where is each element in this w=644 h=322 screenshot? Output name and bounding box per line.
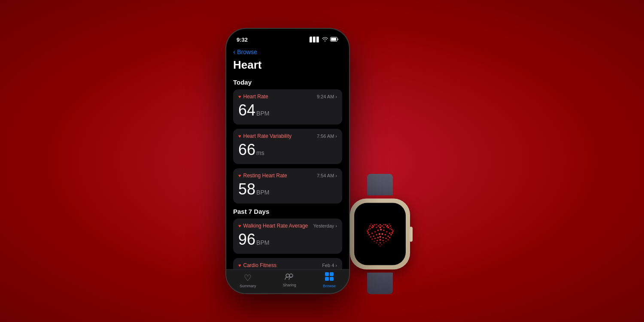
- cardio-fitness-time: Feb 4 ›: [322, 263, 337, 268]
- svg-rect-7: [330, 277, 334, 281]
- svg-point-25: [391, 229, 392, 230]
- svg-point-32: [376, 227, 377, 228]
- svg-point-18: [387, 227, 389, 228]
- watch-band-top: [367, 174, 393, 195]
- status-time: 9:32: [237, 36, 248, 43]
- svg-point-70: [378, 244, 379, 245]
- svg-point-75: [367, 235, 368, 236]
- svg-point-73: [366, 229, 367, 230]
- svg-point-77: [371, 242, 371, 243]
- hrv-card-header: ♥ Heart Rate Variability 7:56 AM ›: [238, 133, 337, 139]
- tab-bar: ♡ Summary Sharing: [226, 269, 349, 293]
- svg-point-52: [384, 234, 386, 235]
- watch-heart-display: [354, 203, 406, 265]
- svg-point-40: [374, 231, 375, 232]
- status-icons: ▋▋▋: [310, 37, 339, 43]
- svg-rect-5: [330, 272, 334, 276]
- heart-rate-time-value: 9:24 AM: [317, 94, 334, 99]
- svg-point-64: [379, 239, 381, 240]
- walking-hr-chevron-icon: ›: [335, 223, 337, 228]
- past7-section-header: Past 7 Days: [233, 208, 342, 215]
- hrv-card[interactable]: ♥ Heart Rate Variability 7:56 AM › 66 ms: [233, 129, 342, 164]
- walking-hr-number: 96: [238, 231, 255, 249]
- hrv-number: 66: [238, 141, 255, 159]
- apple-watch-device: [341, 187, 419, 281]
- svg-point-23: [386, 226, 387, 228]
- heart-rate-chevron-icon: ›: [335, 94, 337, 99]
- svg-point-43: [383, 230, 384, 231]
- walking-hr-card[interactable]: ♥ Walking Heart Rate Average Yesterday ›…: [233, 219, 342, 254]
- svg-point-57: [377, 237, 378, 238]
- hrv-unit: ms: [256, 149, 264, 156]
- svg-point-10: [372, 225, 373, 226]
- svg-point-58: [379, 236, 381, 238]
- hrv-label-text: Heart Rate Variability: [243, 133, 292, 139]
- svg-point-42: [380, 229, 382, 231]
- svg-point-41: [377, 230, 378, 231]
- screen-content: ‹ Browse Heart Today ♥ Heart Rate: [226, 43, 349, 293]
- svg-point-9: [369, 225, 371, 227]
- cardio-fitness-card[interactable]: ♥ Cardio Fitness Feb 4 › Above Average: [233, 258, 342, 269]
- svg-point-67: [376, 242, 377, 243]
- svg-point-45: [389, 233, 390, 234]
- svg-rect-1: [331, 38, 336, 41]
- watch-body: [350, 199, 410, 270]
- svg-point-35: [367, 232, 369, 234]
- page-title: Heart: [226, 58, 349, 75]
- svg-point-34: [367, 231, 368, 232]
- svg-point-37: [391, 232, 393, 234]
- svg-point-71: [381, 244, 382, 245]
- svg-rect-4: [325, 272, 329, 276]
- heart-rate-unit: BPM: [256, 110, 269, 117]
- hrv-value: 66 ms: [238, 141, 337, 159]
- svg-point-56: [374, 238, 375, 239]
- back-nav[interactable]: ‹ Browse: [226, 46, 349, 58]
- back-label: Browse: [237, 49, 257, 55]
- svg-point-13: [373, 226, 374, 228]
- today-section-header: Today: [233, 79, 342, 86]
- watch-heart-svg: [362, 216, 398, 252]
- svg-point-11: [370, 224, 371, 225]
- svg-point-51: [381, 233, 383, 235]
- watch-crown: [409, 227, 413, 242]
- resting-hr-unit: BPM: [256, 189, 269, 196]
- resting-hr-card-header: ♥ Resting Heart Rate 7:54 AM ›: [238, 173, 337, 179]
- tab-summary[interactable]: ♡ Summary: [240, 273, 256, 288]
- resting-hr-card[interactable]: ♥ Resting Heart Rate 7:54 AM › 58 BPM: [233, 168, 342, 204]
- svg-point-16: [370, 228, 371, 230]
- walking-hr-card-header: ♥ Walking Heart Rate Average Yesterday ›: [238, 223, 337, 229]
- svg-point-28: [379, 224, 380, 225]
- walking-hr-label: ♥ Walking Heart Rate Average: [238, 223, 308, 229]
- watch-band-bottom: [367, 273, 393, 294]
- walking-hr-value: 96 BPM: [238, 231, 337, 249]
- svg-point-49: [376, 234, 377, 235]
- svg-point-24: [390, 227, 392, 228]
- signal-icon: ▋▋▋: [310, 37, 320, 43]
- svg-point-50: [378, 233, 380, 235]
- cardio-fitness-heart-icon: ♥: [238, 263, 241, 268]
- summary-tab-label: Summary: [240, 284, 256, 288]
- svg-point-78: [389, 242, 389, 243]
- svg-point-26: [389, 228, 391, 230]
- cardio-fitness-time-value: Feb 4: [322, 263, 334, 268]
- resting-hr-heart-icon: ♥: [238, 173, 241, 178]
- iphone-notch: [264, 29, 311, 41]
- svg-point-44: [386, 231, 387, 232]
- hrv-time-value: 7:56 AM: [317, 134, 334, 139]
- battery-icon: [330, 37, 339, 43]
- walking-hr-unit: BPM: [256, 239, 269, 246]
- sharing-tab-icon: [285, 273, 294, 282]
- svg-point-12: [374, 224, 375, 225]
- svg-point-48: [373, 235, 374, 237]
- walking-hr-time-value: Yesterday: [313, 223, 334, 228]
- svg-point-39: [371, 233, 373, 234]
- tab-sharing[interactable]: Sharing: [283, 273, 296, 287]
- browse-tab-label: Browse: [323, 284, 336, 288]
- heart-rate-card-header: ♥ Heart Rate 9:24 AM ›: [238, 94, 337, 100]
- svg-point-66: [385, 241, 386, 242]
- heart-rate-card[interactable]: ♥ Heart Rate 9:24 AM › 64 BPM: [233, 89, 342, 125]
- wifi-icon: [322, 37, 328, 43]
- sharing-tab-label: Sharing: [283, 283, 296, 287]
- tab-browse[interactable]: Browse: [323, 272, 336, 288]
- svg-point-54: [389, 237, 390, 238]
